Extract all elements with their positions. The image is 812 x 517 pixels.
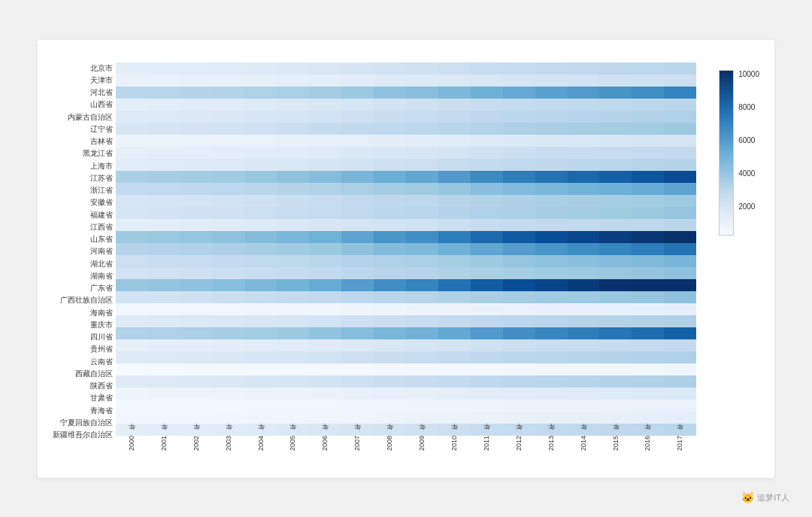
heatmap-cell	[535, 267, 568, 279]
heatmap-cell	[180, 159, 213, 171]
heatmap-cell	[664, 424, 696, 436]
heatmap-cell	[277, 303, 309, 315]
x-label-text: 2009年	[417, 436, 427, 451]
heatmap-cell	[277, 87, 309, 99]
heatmap-cell	[245, 424, 277, 436]
heatmap-cell	[374, 363, 406, 376]
heatmap-right: 2000年2001年2002年2003年2004年2005年2006年2007年…	[116, 62, 696, 463]
heatmap-cell	[568, 351, 600, 363]
heatmap-cell	[148, 376, 180, 388]
heatmap-cell	[116, 183, 148, 195]
heatmap-cell	[535, 327, 568, 339]
heatmap-cell	[213, 315, 245, 327]
x-label-cell: 2011年	[471, 436, 503, 463]
heatmap-cell	[664, 255, 696, 267]
heatmap-cell	[632, 195, 664, 207]
heatmap-cell	[116, 412, 148, 424]
heatmap-cell	[309, 424, 341, 436]
heatmap-cell	[471, 207, 503, 219]
heatmap-cell	[309, 279, 341, 291]
heatmap-cell	[180, 147, 213, 159]
heatmap-cell	[503, 231, 535, 243]
y-label: 青海省	[53, 405, 113, 417]
heatmap-cell	[374, 388, 406, 400]
y-label: 北京市	[53, 62, 113, 75]
heatmap-cell	[568, 87, 600, 99]
heatmap-cell	[632, 400, 664, 412]
heatmap-cell	[341, 363, 374, 376]
heatmap-cell	[180, 171, 213, 183]
heatmap-cell	[374, 412, 406, 424]
heatmap-cell	[180, 183, 213, 195]
y-label: 安徽省	[53, 196, 113, 208]
heatmap-cell	[599, 351, 632, 363]
heatmap-cell	[180, 111, 213, 123]
heatmap-cell	[245, 363, 277, 376]
heatmap-cell	[116, 147, 148, 159]
heatmap-cell	[664, 303, 696, 315]
heatmap-cell	[116, 87, 148, 99]
heatmap-cell	[245, 267, 277, 279]
heatmap-cell	[471, 219, 503, 231]
heatmap-cell	[535, 363, 568, 376]
legend-label: 10000	[738, 70, 759, 78]
heatmap-cell	[632, 303, 664, 315]
heatmap-cell	[471, 123, 503, 135]
heatmap-cell	[213, 183, 245, 195]
heatmap-cell	[277, 291, 309, 303]
y-label: 天津市	[53, 75, 113, 87]
heatmap-cell	[568, 123, 600, 135]
x-label-text: 2015年	[611, 436, 621, 451]
heatmap-cell	[213, 327, 245, 339]
heatmap-cell	[277, 315, 309, 327]
heatmap-cell	[374, 171, 406, 183]
heatmap-cell	[599, 303, 632, 315]
heatmap-cell	[180, 255, 213, 267]
heatmap-cell	[632, 111, 664, 123]
heatmap-cell	[503, 376, 535, 388]
heatmap-cell	[438, 183, 471, 195]
heatmap-cell	[341, 412, 374, 424]
heatmap-cell	[213, 159, 245, 171]
heatmap-cell	[406, 291, 438, 303]
heatmap-cell	[568, 243, 600, 255]
heatmap-cell	[245, 351, 277, 363]
heatmap-cell	[277, 183, 309, 195]
heatmap-cell	[277, 135, 309, 147]
heatmap-cell	[374, 339, 406, 351]
heatmap-cell	[406, 339, 438, 351]
heatmap-cell	[664, 351, 696, 363]
heatmap-cell	[664, 339, 696, 351]
heatmap-cell	[213, 219, 245, 231]
heatmap-cell	[471, 75, 503, 87]
heatmap-cell	[438, 267, 471, 279]
heatmap-cell	[245, 219, 277, 231]
heatmap-cell	[374, 135, 406, 147]
heatmap-cell	[309, 388, 341, 400]
x-label-cell: 2010年	[438, 436, 471, 463]
heatmap-cell	[277, 243, 309, 255]
heatmap-cell	[503, 87, 535, 99]
heatmap-cell	[116, 327, 148, 339]
heatmap-cell	[213, 412, 245, 424]
heatmap-cell	[438, 279, 471, 291]
x-labels: 2000年2001年2002年2003年2004年2005年2006年2007年…	[116, 436, 696, 463]
heatmap-cell	[471, 111, 503, 123]
y-label: 河北省	[53, 87, 113, 99]
heatmap-cell	[471, 87, 503, 99]
x-label-cell: 2017年	[664, 436, 696, 463]
heatmap-cell	[632, 75, 664, 87]
y-label: 江苏省	[53, 172, 113, 184]
heatmap-cell	[664, 75, 696, 87]
heatmap-cell	[503, 207, 535, 219]
heatmap-cell	[664, 183, 696, 195]
heatmap-cell	[309, 351, 341, 363]
heatmap-cell	[471, 327, 503, 339]
heatmap-cell	[438, 159, 471, 171]
heatmap-cell	[632, 351, 664, 363]
heatmap-cell	[277, 255, 309, 267]
heatmap-cell	[148, 267, 180, 279]
heatmap-cell	[438, 123, 471, 135]
heatmap-cell	[471, 291, 503, 303]
heatmap-cell	[535, 111, 568, 123]
